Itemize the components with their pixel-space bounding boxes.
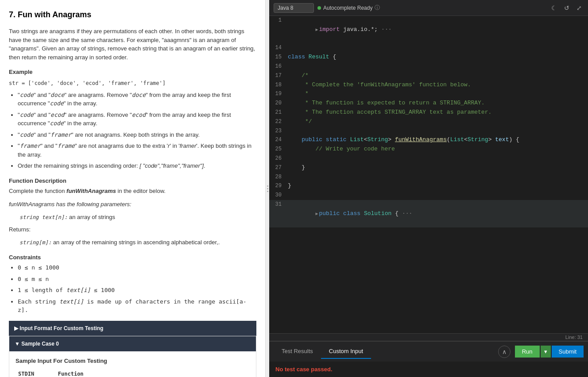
autocomplete-dot [317,6,321,10]
editor-toolbar: Java 8 Python 3 JavaScript Autocomplete … [269,0,588,16]
fold-arrow-31[interactable]: ▶ [315,212,318,216]
sample-header-row: STDIN Function [15,369,201,377]
function-desc: Complete the function funWithAnagrams in… [9,187,256,196]
sample-content: Sample Input For Custom Testing STDIN Fu… [9,351,256,377]
toolbar-right: ☾ ↺ ⤢ [549,4,584,12]
input-format-bar[interactable]: ▶ Input Format For Custom Testing [9,321,256,336]
constraints-list: 0 ≤ n ≤ 1000 0 ≤ m ≤ n 1 ≤ length of tex… [9,263,256,315]
code-line-16: 16 [269,62,588,71]
submit-button[interactable]: Submit [552,346,584,358]
code-line-17: 17 /* [269,71,588,81]
code-line-20: 20 * The function is expected to return … [269,99,588,108]
bottom-tabs: Test Results Custom Input [274,344,498,359]
problem-description: Two strings are anagrams if they are per… [9,27,256,62]
bullet-1: "code" and "doce" are anagrams. Remove "… [18,91,256,108]
fn-col-header: Function [55,369,201,377]
sample-case-label: ▼ Sample Case 0 [15,340,59,348]
constraint-1: 0 ≤ n ≤ 1000 [18,263,256,272]
code-line-28: 28 [269,173,588,182]
run-label: Run [522,348,533,355]
constraint-4: Each string text[i] is made up of charac… [18,297,256,315]
constraints-title: Constraints [9,253,256,262]
tab-custom-input[interactable]: Custom Input [321,344,371,359]
param1: string text[n]: an array of strings [9,213,256,222]
code-editor[interactable]: 1 ▶import java.io.*;··· 14 15 class Resu… [269,16,588,333]
bullet-4: "framer" and "frame" are not anagrams du… [18,142,256,159]
returns-title: Returns: [9,225,256,234]
code-line-19: 19 * [269,89,588,99]
panel-divider[interactable] [266,0,269,377]
sample-input-title: Sample Input For Custom Testing [15,357,250,365]
code-line-1: 1 ▶import java.io.*;··· [269,16,588,43]
reset-button[interactable]: ↺ [562,4,571,12]
divider-dot-3 [267,191,268,192]
theme-toggle-button[interactable]: ☾ [549,4,559,12]
stdin-col-header: STDIN [15,369,46,377]
problem-title: 7. Fun with Anagrams [9,9,256,21]
divider-dot-1 [267,185,268,187]
example-str: str = ['code', 'doce', 'ecod', 'framer',… [9,79,256,87]
constraint-2: 0 ≤ m ≤ n [18,275,256,284]
code-line-23: 23 [269,127,588,136]
code-line-31: 31 ▶public class Solution {··· [269,200,588,227]
code-line-30: 30 [269,191,588,200]
fold-arrow-1[interactable]: ▶ [315,27,318,32]
bottom-bar-row: Test Results Custom Input ∧ Run ▾ Submit [269,341,588,362]
bullet-2: "code" and "ecod" are anagrams. Remove "… [18,111,256,128]
problem-panel: 7. Fun with Anagrams Two strings are ana… [0,0,266,377]
bullet-3: "code" and "framer" are not anagrams. Ke… [18,131,256,139]
function-desc-title: Function Description [9,177,256,185]
code-line-21: 21 * The function accepts STRING_ARRAY t… [269,108,588,117]
editor-status-bar: Line: 31 [269,333,588,341]
autocomplete-status: Autocomplete Ready ⓘ [317,4,380,12]
example-bullets: "code" and "doce" are anagrams. Remove "… [9,91,256,170]
scroll-up-button[interactable]: ∧ [498,346,511,358]
tab-test-results[interactable]: Test Results [274,344,321,359]
code-line-29: 29 } [269,181,588,191]
fullscreen-button[interactable]: ⤢ [575,4,584,12]
bottom-content: No test case passed. [269,362,588,377]
code-line-18: 18 * Complete the 'funWithAnagrams' func… [269,81,588,90]
language-select[interactable]: Java 8 Python 3 JavaScript [274,3,314,13]
code-line-24: 24 public static List<String> funWithAna… [269,135,588,145]
run-button[interactable]: Run [515,346,540,358]
line-number-status: Line: 31 [565,335,583,340]
run-submit-bar: Run ▾ Submit [515,346,584,358]
code-line-27: 27 } [269,163,588,173]
bottom-panel: Test Results Custom Input ∧ Run ▾ Submit [269,341,588,377]
code-line-26: 26 [269,154,588,163]
example-label: Example [9,68,256,77]
constraint-3: 1 ≤ length of text[i] ≤ 1000 [18,286,256,295]
autocomplete-info-icon[interactable]: ⓘ [375,4,380,12]
sample-case-section: ▼ Sample Case 0 Sample Input For Custom … [9,336,256,377]
code-line-22: 22 */ [269,117,588,127]
divider-dot-2 [267,188,268,189]
sample-table: STDIN Function ----- -------- 4 → n = 4 … [15,369,201,377]
submit-label: Submit [559,348,576,355]
function-params-title: funWithAnagrams has the following parame… [9,200,256,209]
autocomplete-label: Autocomplete Ready [323,5,372,11]
return1: string[m]: an array of the remaining str… [9,238,256,247]
code-line-25: 25 // Write your code here [269,145,588,154]
code-line-15: 15 class Result { [269,53,588,62]
no-test-message: No test case passed. [275,366,582,373]
sample-case-bar[interactable]: ▼ Sample Case 0 [9,336,256,351]
editor-panel: Java 8 Python 3 JavaScript Autocomplete … [269,0,588,377]
input-format-label: ▶ Input Format For Custom Testing [14,324,103,332]
run-arrow-button[interactable]: ▾ [541,346,551,358]
toolbar-left: Java 8 Python 3 JavaScript Autocomplete … [274,3,380,13]
bullet-5: Order the remaining strings in ascending… [18,162,256,170]
code-line-14: 14 [269,43,588,53]
